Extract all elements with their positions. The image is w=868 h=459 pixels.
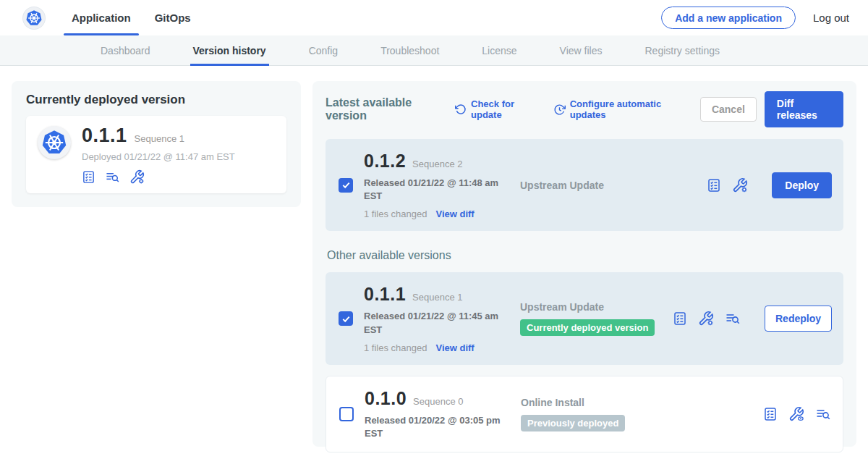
version-history-panel: Latest available version Check for updat… [312,81,856,447]
check-for-update-link[interactable]: Check for update [455,98,539,120]
version-row-0-1-0: 0.1.0 Sequence 0 Released 01/20/22 @ 03:… [326,376,843,452]
preflight-checklist-icon[interactable] [673,311,687,326]
kubernetes-app-icon [38,126,71,159]
subtab-troubleshoot[interactable]: Troubleshoot [380,35,439,66]
previously-deployed-badge: Previously deployed [521,415,625,431]
subtab-dashboard[interactable]: Dashboard [101,35,150,66]
deployed-timestamp: Deployed 01/21/22 @ 11:47 am EST [82,151,235,162]
version-number: 0.1.2 [364,151,406,172]
preflight-checklist-icon[interactable] [707,178,721,193]
preflight-checklist-icon[interactable] [82,170,95,184]
currently-deployed-panel: Currently deployed version 0.1.1 Sequenc… [12,81,301,207]
version-checkbox[interactable] [339,311,353,326]
edit-config-icon[interactable] [732,177,748,193]
files-changed-label: 1 files changed [364,209,427,219]
configure-updates-link[interactable]: Configure automatic updates [553,98,686,120]
tab-gitops[interactable]: GitOps [155,0,191,35]
schedule-update-icon [553,104,566,116]
sequence-label: Sequence 0 [413,396,463,407]
release-logs-icon[interactable] [815,407,831,421]
released-timestamp: Released 01/21/22 @ 11:48 am EST [364,177,506,203]
currently-deployed-badge: Currently deployed version [520,319,655,336]
checkmark-icon [341,180,351,190]
deployed-version-card: 0.1.1 Sequence 1 Deployed 01/21/22 @ 11:… [26,116,286,193]
kubernetes-logo-icon [23,7,45,29]
latest-version-header: Latest available version [326,96,443,122]
version-checkbox[interactable] [339,178,353,193]
version-number: 0.1.0 [365,388,407,409]
preflight-checklist-icon[interactable] [763,407,778,421]
release-logs-icon[interactable] [725,311,741,326]
refresh-icon [455,104,467,115]
edit-config-icon[interactable] [698,311,714,327]
logout-button[interactable]: Log out [813,12,849,24]
deploy-button[interactable]: Deploy [772,172,832,198]
release-logs-icon[interactable] [105,170,120,184]
app-sub-nav: Dashboard Version history Config Trouble… [0,35,868,66]
deployed-panel-title: Currently deployed version [12,81,301,116]
subtab-registry-settings[interactable]: Registry settings [644,35,719,66]
deployed-sequence-label: Sequence 1 [135,133,184,144]
subtab-version-history[interactable]: Version history [193,35,266,66]
released-timestamp: Released 01/20/22 @ 03:05 pm EST [365,414,506,440]
cancel-button[interactable]: Cancel [700,97,757,122]
edit-config-icon[interactable] [129,169,145,185]
version-source-label: Upstream Update [520,301,673,313]
tab-application[interactable]: Application [72,0,131,35]
view-config-icon[interactable] [788,406,804,422]
files-changed-label: 1 files changed [364,342,427,353]
version-source-label: Online Install [521,397,763,408]
version-checkbox[interactable] [339,407,354,421]
sequence-label: Sequence 1 [412,292,462,303]
top-nav: Application GitOps Add a new application… [0,0,868,35]
subtab-config[interactable]: Config [309,35,338,66]
diff-releases-button[interactable]: Diff releases [765,91,843,127]
sequence-label: Sequence 2 [412,159,462,169]
view-diff-link[interactable]: View diff [435,209,474,219]
version-source-label: Upstream Update [520,180,707,191]
subtab-license[interactable]: License [482,35,516,66]
version-number: 0.1.1 [364,284,406,305]
subtab-view-files[interactable]: View files [560,35,603,66]
released-timestamp: Released 01/21/22 @ 11:45 am EST [364,310,506,336]
view-diff-link[interactable]: View diff [435,342,474,353]
redeploy-button[interactable]: Redeploy [765,306,832,332]
checkmark-icon [341,314,351,324]
version-row-0-1-2: 0.1.2 Sequence 2 Released 01/21/22 @ 11:… [326,139,843,231]
add-application-button[interactable]: Add a new application [661,7,796,29]
other-versions-header: Other available versions [327,249,843,262]
version-row-0-1-1: 0.1.1 Sequence 1 Released 01/21/22 @ 11:… [326,272,843,364]
deployed-version-number: 0.1.1 [82,125,127,147]
